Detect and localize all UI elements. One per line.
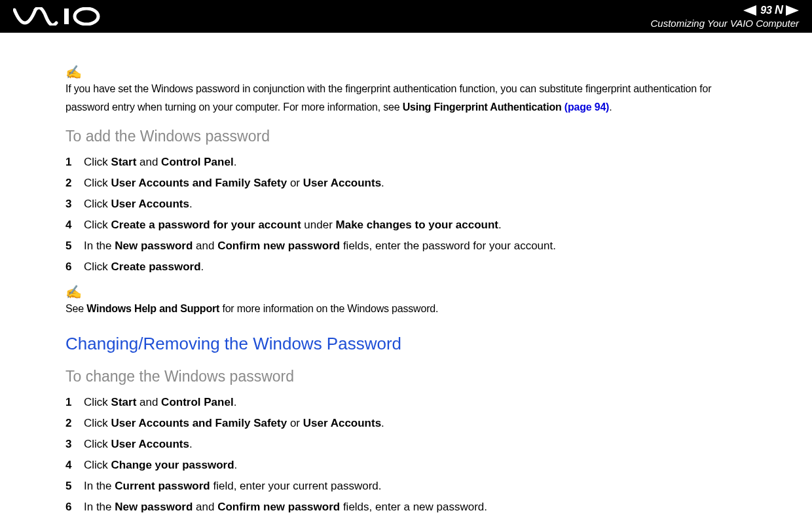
page-nav: 93 N (651, 3, 800, 18)
step-item: In the Current password field, enter you… (65, 477, 747, 495)
heading-change-remove: Changing/Removing the Windows Password (65, 330, 747, 358)
heading-add-password: To add the Windows password (65, 124, 747, 149)
step-item: Click User Accounts and Family Safety or… (65, 174, 747, 192)
header-right: 93 N Customizing Your VAIO Computer (651, 3, 800, 29)
link-page-94[interactable]: (page 94) (564, 101, 609, 113)
step-item: Click Create password. (65, 258, 747, 276)
svg-rect-0 (64, 9, 69, 24)
step-item: Click Create a password for your account… (65, 216, 747, 234)
note-icon: ✍ (65, 65, 747, 79)
note-fingerprint: ✍ If you have set the Windows password i… (65, 65, 747, 116)
steps-add-password: Click Start and Control Panel. Click Use… (65, 153, 747, 276)
page-header: 93 N Customizing Your VAIO Computer (0, 0, 812, 33)
step-item: In the New password and Confirm new pass… (65, 498, 747, 516)
step-item: Click Change your password. (65, 456, 747, 474)
step-item: Click Start and Control Panel. (65, 393, 747, 412)
page-number: 93 (759, 4, 773, 16)
vaio-logo (13, 7, 105, 26)
step-item: Click User Accounts. (65, 435, 747, 454)
note-text: If you have set the Windows password in … (65, 83, 711, 113)
svg-point-1 (75, 9, 98, 24)
prev-page-arrow-icon[interactable] (743, 5, 756, 16)
note-help-support: ✍ See Windows Help and Support for more … (65, 285, 747, 318)
note-icon: ✍ (65, 285, 747, 298)
page-content: ✍ If you have set the Windows password i… (0, 33, 812, 517)
header-subtitle: Customizing Your VAIO Computer (651, 18, 800, 29)
next-page-arrow-icon[interactable] (786, 5, 799, 16)
vaio-logo-svg (13, 7, 105, 26)
step-item: In the New password and Confirm new pass… (65, 237, 747, 255)
note-text: See Windows Help and Support for more in… (65, 303, 438, 314)
steps-change-password: Click Start and Control Panel. Click Use… (65, 393, 747, 516)
step-item: Click User Accounts and Family Safety or… (65, 414, 747, 433)
step-item: Click Start and Control Panel. (65, 153, 747, 171)
n-indicator: N (775, 3, 783, 18)
step-item: Click User Accounts. (65, 195, 747, 213)
heading-change-password: To change the Windows password (65, 365, 747, 389)
